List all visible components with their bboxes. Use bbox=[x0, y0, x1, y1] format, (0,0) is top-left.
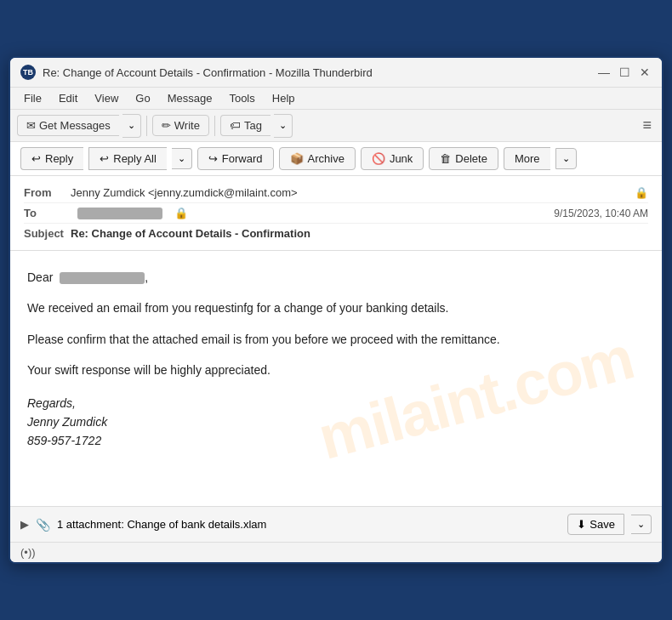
reply-button[interactable]: ↩ Reply bbox=[20, 147, 83, 170]
thunderbird-window: TB Re: Change of Account Details - Confi… bbox=[9, 56, 663, 564]
status-bar: (•)) bbox=[10, 542, 662, 562]
signature-line-1: Regards, bbox=[27, 394, 645, 412]
email-header: From Jenny Zumdick <jenny.zumdick@milain… bbox=[10, 176, 662, 251]
paperclip-icon: 📎 bbox=[36, 518, 50, 532]
attachment-text: 1 attachment: Change of bank details.xla… bbox=[57, 518, 561, 531]
forward-button[interactable]: ↪ Forward bbox=[197, 147, 274, 170]
subject-field: Subject Re: Change of Account Details - … bbox=[24, 224, 648, 243]
app-icon: TB bbox=[20, 65, 36, 80]
menu-edit[interactable]: Edit bbox=[52, 89, 84, 107]
tag-icon: 🏷 bbox=[230, 119, 241, 132]
to-value-blurred bbox=[77, 208, 162, 219]
tag-dropdown[interactable]: ⌄ bbox=[274, 114, 293, 138]
more-button[interactable]: More bbox=[504, 147, 550, 170]
close-button[interactable]: ✕ bbox=[638, 65, 652, 79]
write-button[interactable]: ✏ Write bbox=[152, 115, 209, 136]
tag-button[interactable]: 🏷 Tag bbox=[220, 115, 271, 136]
save-icon: ⬇ bbox=[577, 518, 586, 531]
toolbar-divider-1 bbox=[146, 116, 147, 136]
window-controls: — ☐ ✕ bbox=[597, 65, 652, 79]
hamburger-menu[interactable]: ≡ bbox=[639, 113, 655, 138]
body-paragraph-1: We received an email from you requestinf… bbox=[27, 299, 645, 317]
envelope-icon: ✉ bbox=[26, 119, 36, 132]
junk-icon: 🚫 bbox=[372, 152, 385, 165]
more-dropdown[interactable]: ⌄ bbox=[555, 148, 577, 169]
body-paragraph-3: Your swift response will be highly appre… bbox=[27, 361, 645, 379]
attachment-toggle-button[interactable]: ▶ bbox=[20, 518, 29, 531]
body-paragraph-2: Please confirm that the attached email i… bbox=[27, 330, 645, 349]
title-bar: TB Re: Change of Account Details - Confi… bbox=[10, 58, 662, 88]
recipient-name-blurred bbox=[60, 272, 145, 284]
junk-button[interactable]: 🚫 Junk bbox=[361, 147, 424, 170]
minimize-button[interactable]: — bbox=[597, 65, 611, 79]
reply-all-icon: ↩ bbox=[100, 152, 109, 165]
reply-dropdown[interactable]: ⌄ bbox=[172, 148, 192, 169]
menu-help[interactable]: Help bbox=[265, 89, 302, 107]
to-field: To 🔒 9/15/2023, 10:40 AM bbox=[24, 203, 648, 224]
archive-button[interactable]: 📦 Archive bbox=[279, 147, 356, 170]
subject-label: Subject bbox=[24, 227, 71, 240]
menu-message[interactable]: Message bbox=[161, 89, 219, 107]
archive-icon: 📦 bbox=[290, 152, 304, 165]
title-bar-left: TB Re: Change of Account Details - Confi… bbox=[20, 65, 373, 80]
from-value: Jenny Zumdick <jenny.zumdick@milaint.com… bbox=[71, 186, 629, 199]
save-dropdown[interactable]: ⌄ bbox=[631, 515, 652, 534]
email-body: milaint.com Dear , We received an email … bbox=[10, 251, 662, 506]
email-date: 9/15/2023, 10:40 AM bbox=[554, 208, 648, 219]
attachment-bar: ▶ 📎 1 attachment: Change of bank details… bbox=[10, 506, 662, 542]
connection-icon: (•)) bbox=[20, 546, 36, 559]
pencil-icon: ✏ bbox=[162, 119, 171, 132]
toolbar-divider-2 bbox=[214, 116, 215, 136]
from-lock-icon: 🔒 bbox=[635, 186, 648, 199]
email-body-content: Dear , We received an email from you req… bbox=[27, 268, 645, 451]
get-messages-dropdown[interactable]: ⌄ bbox=[122, 114, 141, 138]
action-bar: ↩ Reply ↩ Reply All ⌄ ↪ Forward 📦 Archiv… bbox=[10, 142, 662, 176]
save-button[interactable]: ⬇ Save bbox=[567, 514, 624, 535]
reply-icon: ↩ bbox=[31, 152, 41, 165]
signature-line-2: Jenny Zumdick bbox=[27, 412, 645, 431]
signature-line-3: 859-957-1722 bbox=[27, 431, 645, 450]
menu-bar: File Edit View Go Message Tools Help bbox=[10, 88, 662, 110]
get-messages-button[interactable]: ✉ Get Messages bbox=[17, 115, 119, 136]
window-title: Re: Change of Account Details - Confirma… bbox=[43, 66, 373, 79]
from-field: From Jenny Zumdick <jenny.zumdick@milain… bbox=[24, 183, 648, 203]
delete-button[interactable]: 🗑 Delete bbox=[429, 147, 498, 170]
trash-icon: 🗑 bbox=[440, 152, 451, 165]
menu-file[interactable]: File bbox=[17, 89, 48, 107]
to-label: To bbox=[24, 207, 71, 219]
from-label: From bbox=[24, 186, 71, 199]
maximize-button[interactable]: ☐ bbox=[618, 65, 631, 79]
email-signature: Regards, Jenny Zumdick 859-957-1722 bbox=[27, 394, 645, 451]
forward-icon: ↪ bbox=[208, 152, 218, 165]
to-lock-icon: 🔒 bbox=[174, 207, 188, 219]
menu-tools[interactable]: Tools bbox=[222, 89, 261, 107]
main-toolbar: ✉ Get Messages ⌄ ✏ Write 🏷 Tag ⌄ ≡ bbox=[10, 110, 662, 142]
subject-value: Re: Change of Account Details - Confirma… bbox=[71, 227, 648, 240]
reply-all-button[interactable]: ↩ Reply All bbox=[88, 147, 167, 170]
menu-go[interactable]: Go bbox=[128, 89, 157, 107]
greeting-paragraph: Dear , bbox=[27, 268, 645, 287]
menu-view[interactable]: View bbox=[88, 89, 125, 107]
